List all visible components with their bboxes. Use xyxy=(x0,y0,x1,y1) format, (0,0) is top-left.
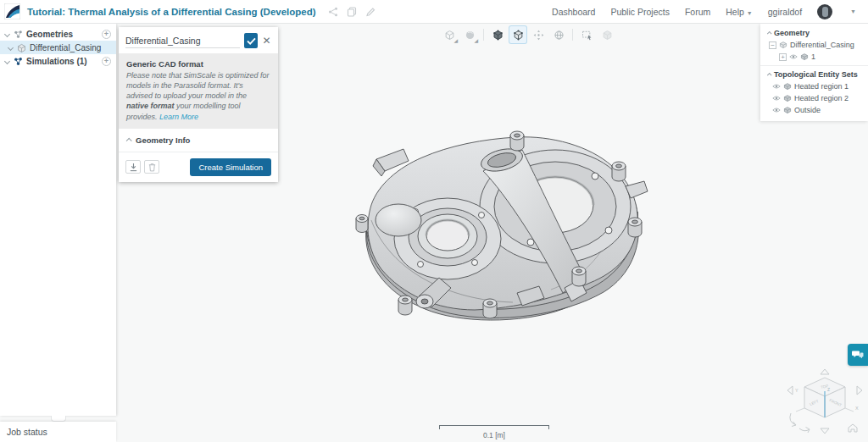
sidebar-item-differential-casing[interactable]: Differential_Casing xyxy=(0,41,116,54)
roll-cw-arrow-icon[interactable] xyxy=(799,428,810,434)
sidebar-collapse-handle[interactable] xyxy=(51,416,66,422)
chevron-icon xyxy=(8,44,14,50)
x-axis-label: X xyxy=(855,406,859,411)
chevron-down-icon: ◢ xyxy=(453,38,458,43)
add-geometry-button[interactable]: + xyxy=(102,30,111,39)
chevron-down-icon: ▼ xyxy=(747,10,753,16)
nav-help-menu[interactable]: Help▼ xyxy=(726,7,753,17)
scene-tree-panel: Geometry − Differential_Casing + 1 Topol… xyxy=(760,24,868,121)
close-button[interactable]: ✕ xyxy=(262,34,271,47)
confirm-button[interactable] xyxy=(244,33,258,48)
view-cube-gizmo[interactable]: TOP FRONT LEFT Z Y X xyxy=(784,366,865,439)
standard-views-icon[interactable]: ◢ xyxy=(441,26,458,43)
chevron-down-icon: ◢ xyxy=(474,38,478,43)
support-chat-button[interactable] xyxy=(848,344,868,366)
chevron-up-icon xyxy=(767,31,772,36)
show-selected-icon[interactable] xyxy=(509,26,526,43)
bolt-boss xyxy=(483,299,497,318)
notice-title: Generic CAD format xyxy=(126,59,270,69)
chevron-up-icon xyxy=(126,137,132,143)
perspective-globe-icon[interactable] xyxy=(550,26,567,43)
chevron-up-icon xyxy=(767,73,772,78)
viewport-3d[interactable]: ◢ ◢ xyxy=(116,24,868,442)
project-title: Tutorial: Thermal Analysis of a Differen… xyxy=(27,7,316,17)
visibility-eye-icon[interactable] xyxy=(789,53,798,60)
bolt-boss xyxy=(612,162,626,181)
roll-ccw-arrow-icon[interactable] xyxy=(790,413,796,427)
nav-forum[interactable]: Forum xyxy=(685,7,710,17)
job-status-label: Job status xyxy=(7,427,47,437)
rotate-up-arrow-icon[interactable] xyxy=(821,369,829,374)
show-all-solid-icon[interactable] xyxy=(489,26,506,43)
entity-set-icon xyxy=(783,83,792,90)
tree-item-outside[interactable]: Outside xyxy=(760,104,868,116)
geometries-icon xyxy=(14,30,23,39)
user-avatar[interactable] xyxy=(817,4,832,19)
tree-item-body-1[interactable]: + 1 xyxy=(760,51,868,63)
fit-view-icon[interactable] xyxy=(530,26,547,43)
toolbar-separator xyxy=(572,29,573,41)
render-modes-icon[interactable]: ◢ xyxy=(461,26,478,43)
bolt-boss xyxy=(356,215,368,233)
scale-bar-label: 0.1 [m] xyxy=(439,431,549,439)
geometry-info-section-toggle[interactable]: Geometry Info xyxy=(119,129,278,152)
expand-box-icon[interactable]: + xyxy=(779,53,787,61)
sidebar-item-geometries[interactable]: Geometries + xyxy=(0,27,116,41)
cad-geometry-icon xyxy=(17,43,26,52)
nav-public-projects[interactable]: Public Projects xyxy=(610,7,669,17)
geometry-section-header[interactable]: Geometry xyxy=(760,27,868,39)
box-select-icon[interactable] xyxy=(578,26,595,43)
visibility-eye-icon[interactable] xyxy=(772,107,781,113)
bolt-boss xyxy=(510,131,524,151)
simulations-icon xyxy=(14,57,23,66)
collapse-box-icon[interactable]: − xyxy=(769,41,776,49)
geometry-name-input[interactable] xyxy=(125,34,240,48)
scale-bar: 0.1 [m] xyxy=(439,425,549,439)
download-geometry-button[interactable] xyxy=(125,160,141,174)
user-menu-chevron-icon[interactable]: ▼ xyxy=(850,8,856,14)
nav-dashboard[interactable]: Dashboard xyxy=(552,7,595,17)
create-simulation-button[interactable]: Create Simulation xyxy=(190,158,271,176)
download-icon xyxy=(129,163,138,172)
chevron-down-icon xyxy=(4,58,10,64)
bolt-boss xyxy=(628,218,642,237)
simscale-logo-icon[interactable] xyxy=(4,3,20,19)
z-axis-label: Z xyxy=(827,387,830,392)
divider xyxy=(760,65,868,66)
rotate-down-arrow-icon[interactable] xyxy=(821,428,829,434)
cad-geometry-icon xyxy=(779,41,787,48)
notice-body: Please note that SimScale is optimized f… xyxy=(126,70,270,122)
cad-model[interactable] xyxy=(339,127,695,347)
scale-bar-line xyxy=(439,425,549,429)
add-simulation-button[interactable]: + xyxy=(102,57,111,66)
entity-set-icon xyxy=(783,107,792,113)
home-view-icon[interactable] xyxy=(849,424,857,432)
learn-more-link[interactable]: Learn More xyxy=(159,113,198,121)
visibility-eye-icon[interactable] xyxy=(772,83,781,90)
topological-sets-header[interactable]: Topological Entity Sets xyxy=(760,69,868,80)
trash-icon xyxy=(147,163,157,172)
solid-body-icon xyxy=(800,53,809,60)
bolt-boss xyxy=(398,296,412,315)
bolt-boss xyxy=(572,267,586,286)
tree-item-heated-region-1[interactable]: Heated region 1 xyxy=(760,80,868,92)
edit-icon[interactable] xyxy=(365,7,376,17)
delete-geometry-button[interactable] xyxy=(144,160,159,174)
viewer-toolbar: ◢ ◢ xyxy=(441,26,615,43)
cad-format-notice: Generic CAD format Please note that SimS… xyxy=(119,53,278,129)
share-icon[interactable] xyxy=(328,7,338,17)
rotate-right-arrow-icon[interactable] xyxy=(857,386,862,395)
sidebar-item-simulations[interactable]: Simulations (1) + xyxy=(0,54,116,68)
visibility-eye-icon[interactable] xyxy=(772,95,781,102)
chat-bubbles-icon xyxy=(852,350,864,360)
tree-item-heated-region-2[interactable]: Heated region 2 xyxy=(760,92,868,104)
geometry-edit-panel: ✕ Generic CAD format Please note that Si… xyxy=(119,27,278,182)
copy-icon[interactable] xyxy=(347,7,357,17)
username-label[interactable]: ggiraldof xyxy=(768,7,802,17)
job-status-bar[interactable]: Job status xyxy=(0,422,116,442)
tree-item-differential-casing[interactable]: − Differential_Casing xyxy=(760,39,868,51)
toolbar-separator xyxy=(483,29,484,41)
chevron-down-icon xyxy=(4,30,10,36)
entity-set-icon xyxy=(783,95,792,102)
rotate-left-arrow-icon[interactable] xyxy=(787,386,793,395)
